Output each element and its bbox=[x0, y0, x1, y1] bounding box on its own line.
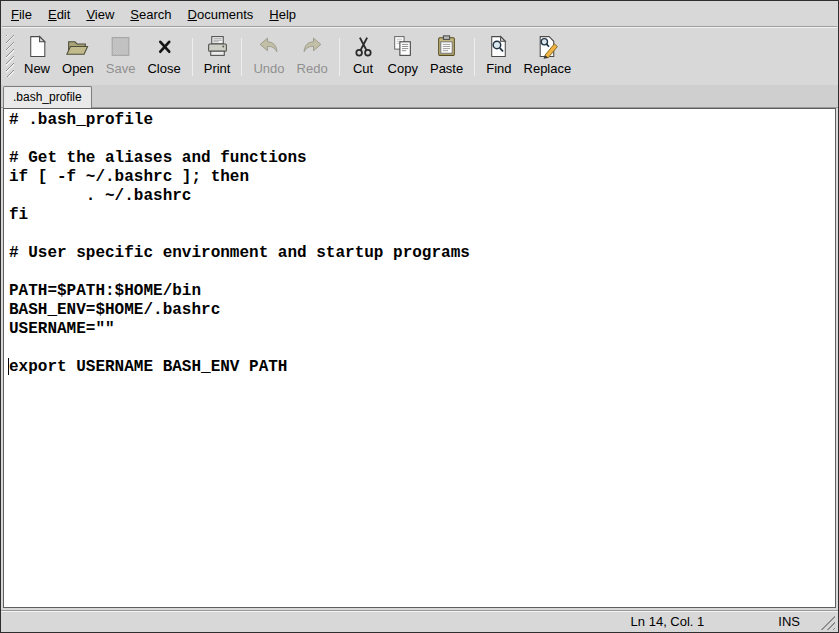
save-button-label: Save bbox=[106, 61, 136, 76]
status-bar: Ln 14, Col. 1 INS bbox=[1, 610, 838, 632]
editor-line-13[interactable] bbox=[9, 339, 835, 358]
new-document-icon bbox=[25, 33, 50, 59]
editor-window: File Edit View Search Documents Help New… bbox=[0, 0, 839, 633]
new-button-label: New bbox=[24, 61, 50, 76]
editor-line-7[interactable] bbox=[9, 225, 835, 244]
editor-line-5[interactable]: . ~/.bashrc bbox=[9, 187, 835, 206]
cursor-position-status: Ln 14, Col. 1 bbox=[631, 614, 705, 629]
copy-button-label: Copy bbox=[388, 61, 418, 76]
save-floppy-icon bbox=[108, 33, 133, 59]
close-button[interactable]: Close bbox=[141, 31, 186, 78]
menu-edit-mnemonic: E bbox=[48, 7, 57, 22]
paste-button[interactable]: Paste bbox=[424, 31, 469, 78]
editor-line-1[interactable]: # .bash_profile bbox=[9, 111, 835, 130]
tab-bash-profile[interactable]: .bash_profile bbox=[3, 86, 92, 108]
menu-search-label: earch bbox=[139, 7, 172, 22]
editor-line-2[interactable] bbox=[9, 130, 835, 149]
copy-pages-icon bbox=[390, 33, 415, 59]
clipboard-icon bbox=[434, 33, 459, 59]
undo-arrow-icon bbox=[256, 33, 281, 59]
replace-button-label: Replace bbox=[524, 61, 572, 76]
find-magnifier-icon bbox=[486, 33, 511, 59]
menu-help-label: elp bbox=[279, 7, 296, 22]
menu-file-mnemonic: F bbox=[11, 7, 19, 22]
editor-line-10[interactable]: PATH=$PATH:$HOME/bin bbox=[9, 282, 835, 301]
open-button[interactable]: Open bbox=[56, 31, 100, 78]
toolbar-drag-handle[interactable] bbox=[6, 35, 14, 77]
find-button-label: Find bbox=[486, 61, 511, 76]
redo-button-label: Redo bbox=[297, 61, 328, 76]
editor-line-9[interactable] bbox=[9, 263, 835, 282]
replace-magnifier-pencil-icon bbox=[535, 33, 560, 59]
cut-button[interactable]: Cut bbox=[345, 31, 382, 78]
text-cursor bbox=[8, 358, 9, 375]
toolbar-separator bbox=[241, 38, 242, 76]
menu-view[interactable]: View bbox=[78, 4, 122, 26]
menu-view-mnemonic: V bbox=[86, 7, 94, 22]
undo-button-label: Undo bbox=[253, 61, 284, 76]
menu-documents-label: ocuments bbox=[197, 7, 253, 22]
editor-line-6[interactable]: fi bbox=[9, 206, 835, 225]
editor-line-11[interactable]: BASH_ENV=$HOME/.bashrc bbox=[9, 301, 835, 320]
menu-documents-mnemonic: D bbox=[188, 7, 197, 22]
new-button[interactable]: New bbox=[18, 31, 56, 78]
cut-button-label: Cut bbox=[353, 61, 373, 76]
menu-edit[interactable]: Edit bbox=[40, 4, 78, 26]
editor-line-8[interactable]: # User specific environment and startup … bbox=[9, 244, 835, 263]
undo-button: Undo bbox=[247, 31, 290, 78]
menu-search[interactable]: Search bbox=[122, 4, 179, 26]
replace-button[interactable]: Replace bbox=[518, 31, 578, 78]
text-editor[interactable]: # .bash_profile # Get the aliases and fu… bbox=[3, 108, 836, 608]
toolbar: New Open Save Close Print bbox=[1, 28, 838, 85]
tab-strip: .bash_profile bbox=[1, 85, 838, 108]
close-button-label: Close bbox=[147, 61, 180, 76]
redo-button: Redo bbox=[291, 31, 334, 78]
close-x-icon bbox=[152, 33, 177, 59]
menu-view-label: iew bbox=[95, 7, 115, 22]
menu-file-label: ile bbox=[19, 7, 32, 22]
menu-edit-label: dit bbox=[57, 7, 71, 22]
editor-line-14[interactable]: export USERNAME BASH_ENV PATH bbox=[9, 358, 835, 377]
copy-button[interactable]: Copy bbox=[382, 31, 424, 78]
menu-search-mnemonic: S bbox=[130, 7, 139, 22]
toolbar-separator bbox=[339, 38, 340, 76]
toolbar-separator bbox=[192, 38, 193, 76]
find-button[interactable]: Find bbox=[480, 31, 517, 78]
open-button-label: Open bbox=[62, 61, 94, 76]
window-resize-grip-icon[interactable] bbox=[819, 615, 835, 630]
menu-help[interactable]: Help bbox=[261, 4, 304, 26]
editor-line-12[interactable]: USERNAME="" bbox=[9, 320, 835, 339]
toolbar-separator bbox=[474, 38, 475, 76]
menubar: File Edit View Search Documents Help bbox=[1, 1, 838, 26]
editor-line-4[interactable]: if [ -f ~/.bashrc ]; then bbox=[9, 168, 835, 187]
menu-help-mnemonic: H bbox=[269, 7, 278, 22]
menu-documents[interactable]: Documents bbox=[180, 4, 262, 26]
printer-icon bbox=[205, 33, 230, 59]
save-button: Save bbox=[100, 31, 142, 78]
open-folder-icon bbox=[65, 33, 90, 59]
paste-button-label: Paste bbox=[430, 61, 463, 76]
insert-mode-status: INS bbox=[778, 614, 800, 629]
print-button-label: Print bbox=[204, 61, 231, 76]
scissors-icon bbox=[351, 33, 376, 59]
menu-file[interactable]: File bbox=[3, 4, 40, 26]
editor-line-3[interactable]: # Get the aliases and functions bbox=[9, 149, 835, 168]
print-button[interactable]: Print bbox=[198, 31, 237, 78]
redo-arrow-icon bbox=[300, 33, 325, 59]
